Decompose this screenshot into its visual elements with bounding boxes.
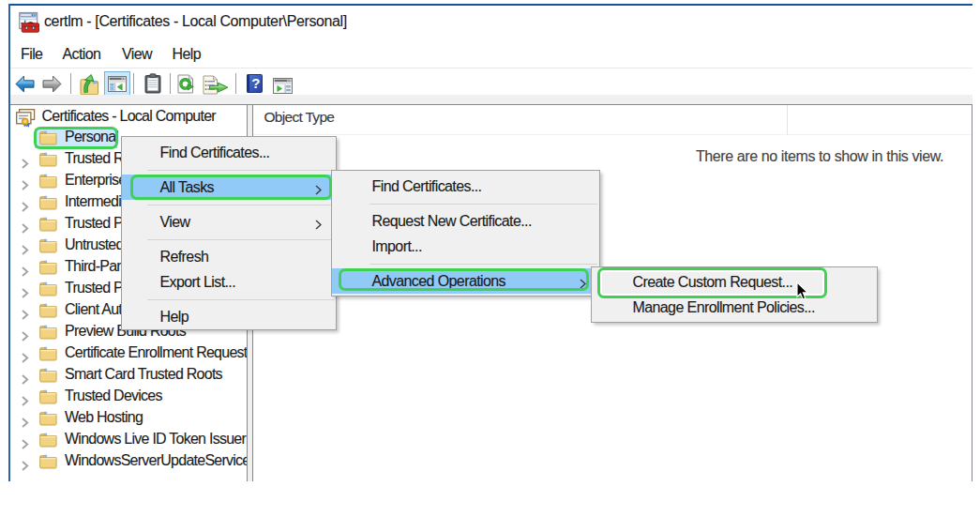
menu-item-label: Find Certificates... [372, 178, 482, 195]
tree-item-windows-live-id-token-issuer[interactable]: Windows Live ID Token Issuer [10, 430, 247, 451]
menu-separator [122, 200, 336, 209]
tree-item-label: Certificate Enrollment Requests [65, 344, 248, 361]
tree-item-trusted-devices[interactable]: Trusted Devices [10, 387, 247, 408]
toolbar: ? [8, 69, 972, 95]
menu-item-refresh[interactable]: Refresh [122, 244, 336, 269]
menu-separator-line [147, 299, 334, 300]
menu-separator [332, 199, 599, 208]
mouse-cursor [796, 281, 810, 302]
toolbar-separator [170, 73, 171, 94]
certificates-snapin-icon [16, 109, 36, 128]
menu-separator-line [147, 170, 334, 171]
chevron-right-icon[interactable] [20, 436, 30, 447]
all-tasks-submenu: Find Certificates...Request New Certific… [331, 170, 600, 296]
screen: certlm - [Certificates - Local Computer\… [0, 0, 980, 532]
chevron-right-icon[interactable] [20, 350, 30, 360]
tree-item-windowsserverupdateservices[interactable]: WindowsServerUpdateServices [10, 451, 247, 473]
toolbar-separator [133, 73, 134, 94]
context-menu: Find Certificates...All Tasks View Refre… [121, 136, 337, 330]
menu-item-view[interactable]: View [122, 209, 336, 235]
menu-item-label: Create Custom Request... [633, 274, 793, 291]
svg-text:?: ? [251, 75, 260, 91]
help-icon: ? [247, 80, 263, 96]
chevron-right-icon[interactable] [20, 393, 30, 403]
menu-item-label: Manage Enrollment Policies... [633, 299, 815, 316]
tree-item-label: WindowsServerUpdateServices [65, 452, 248, 469]
chevron-right-icon[interactable] [20, 264, 30, 274]
chevron-right-icon[interactable] [20, 199, 30, 209]
menu-item-label: Export List... [160, 274, 236, 291]
folder-icon [39, 217, 57, 232]
folder-icon [39, 389, 57, 404]
tree-item-label: Certificates - Local Computer [42, 108, 216, 125]
menu-separator-line [147, 205, 334, 205]
chevron-right-icon[interactable] [20, 220, 30, 231]
tree-item-web-hosting[interactable]: Web Hosting [10, 408, 247, 430]
forward-button[interactable] [42, 75, 62, 97]
window-border-top [8, 4, 972, 6]
tree-item-label: Web Hosting [65, 409, 143, 426]
menubar-item-help[interactable]: Help [173, 46, 202, 63]
window-border-left [8, 4, 10, 481]
menu-item-find-certificates[interactable]: Find Certificates... [332, 174, 599, 199]
show-hide-console-tree-button[interactable] [108, 76, 127, 96]
menubar-item-file[interactable]: File [21, 46, 42, 63]
menu-item-manage-enrollment-policies[interactable]: Manage Enrollment Policies... [592, 295, 877, 320]
folder-icon [39, 454, 57, 469]
chevron-right-icon[interactable] [20, 415, 30, 425]
folder-icon [39, 325, 57, 340]
menubar-item-view[interactable]: View [122, 46, 152, 63]
empty-view-message: There are no items to show in this view. [696, 148, 943, 165]
folder-icon [39, 433, 57, 448]
menu-item-all-tasks[interactable]: All Tasks [122, 175, 336, 200]
folder-icon [39, 368, 57, 383]
folder-icon [39, 195, 57, 210]
menu-separator [122, 165, 336, 175]
toolbar-separator [235, 73, 236, 94]
folder-icon [39, 130, 57, 145]
menu-item-label: Help [160, 309, 189, 326]
chevron-right-icon[interactable] [20, 328, 30, 339]
menu-separator [122, 295, 336, 304]
menu-item-export-list[interactable]: Export List... [122, 269, 336, 295]
back-button[interactable] [15, 75, 35, 97]
chevron-right-icon[interactable] [20, 307, 30, 317]
help-button[interactable]: ? [247, 74, 263, 97]
folder-icon [39, 238, 57, 253]
menu-item-find-certificates[interactable]: Find Certificates... [122, 140, 336, 165]
menu-item-label: Request New Certificate... [372, 213, 532, 230]
chevron-right-icon[interactable] [20, 372, 30, 382]
menu-item-label: View [160, 214, 190, 231]
column-divider[interactable] [787, 105, 788, 136]
chevron-right-icon[interactable] [20, 285, 30, 296]
window-title: certlm - [Certificates - Local Computer\… [44, 13, 347, 30]
folder-icon [39, 174, 57, 189]
menu-item-help[interactable]: Help [122, 304, 336, 329]
menu-item-import[interactable]: Import... [332, 234, 599, 259]
tree-item-smart-card-trusted-roots[interactable]: Smart Card Trusted Roots [10, 365, 247, 387]
menu-item-label: Find Certificates... [160, 144, 270, 161]
menu-item-create-custom-request[interactable]: Create Custom Request... [592, 269, 877, 295]
tree-item-label: Personal [65, 129, 118, 145]
properties-button[interactable] [144, 73, 161, 98]
folder-icon [39, 152, 57, 167]
menu-item-label: Import... [372, 238, 422, 255]
menu-separator-line [369, 204, 597, 205]
title-bar[interactable]: certlm - [Certificates - Local Computer\… [10, 6, 972, 38]
forward-arrow-icon [42, 80, 62, 96]
chevron-right-icon[interactable] [20, 458, 30, 468]
folder-icon [39, 260, 57, 275]
tree-item-certificate-enrollment-requests[interactable]: Certificate Enrollment Requests [10, 343, 247, 365]
chevron-right-icon[interactable] [20, 177, 30, 188]
chevron-right-icon[interactable] [20, 156, 30, 166]
chevron-right-icon[interactable] [20, 242, 30, 252]
menu-item-request-new-certificate[interactable]: Request New Certificate... [332, 208, 599, 234]
tree-item-label: Smart Card Trusted Roots [65, 366, 222, 383]
menu-item-advanced-operations[interactable]: Advanced Operations [332, 268, 599, 294]
menubar-item-action[interactable]: Action [63, 46, 101, 63]
submenu-arrow-icon [315, 217, 322, 227]
tree-item-certificates-local-computer[interactable]: Certificates - Local Computer [10, 106, 247, 128]
submenu-arrow-icon [315, 182, 322, 192]
menu-separator [122, 235, 336, 244]
column-header-object-type[interactable]: Object Type [264, 109, 335, 126]
